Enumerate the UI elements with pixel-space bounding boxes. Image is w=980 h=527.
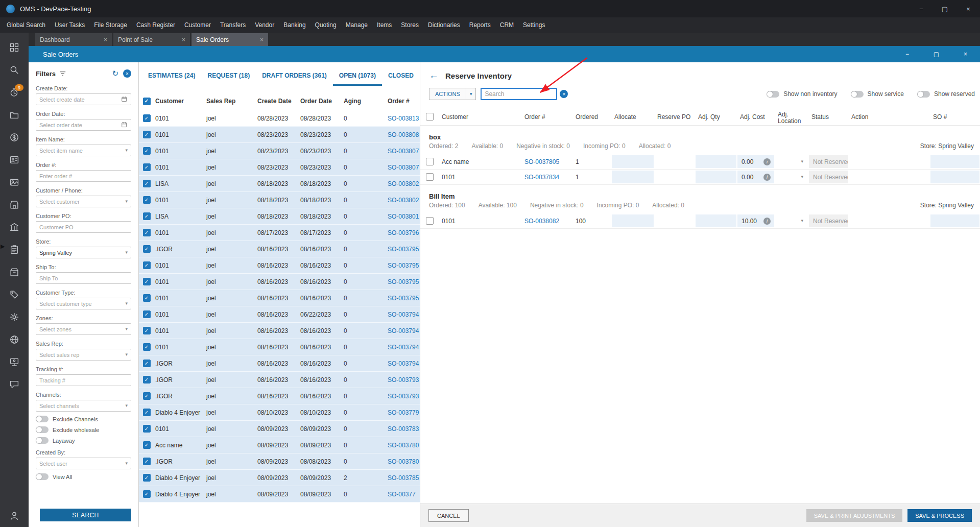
filter-create-date[interactable]: Select create date — [36, 93, 131, 105]
row-checkbox[interactable]: ✓ — [143, 131, 151, 138]
calendar-icon[interactable] — [121, 122, 128, 128]
column-header[interactable]: Customer — [154, 98, 205, 105]
row-checkbox[interactable]: ✓ — [143, 261, 151, 269]
row-checkbox[interactable]: ✓ — [143, 278, 151, 285]
order-row[interactable]: ✓ 0101 joel 08/16/2023 08/16/2023 0 SO-0… — [139, 257, 420, 274]
column-header[interactable]: Action — [848, 113, 930, 121]
folder-icon[interactable] — [9, 110, 19, 120]
back-arrow-icon[interactable]: ← — [429, 70, 439, 81]
tab-closed[interactable]: CLOSED — [382, 65, 420, 86]
allocate-cell[interactable] — [611, 154, 654, 169]
order-row[interactable]: ✓ 0101 joel 08/17/2023 08/17/2023 0 SO-0… — [139, 225, 420, 241]
order-row[interactable]: ✓ 0101 joel 08/16/2023 08/16/2023 0 SO-0… — [139, 323, 420, 339]
toggle-show-service[interactable] — [851, 91, 864, 98]
tab-point-of-sale[interactable]: Point of Sale × — [113, 33, 190, 46]
tab-estimates-24[interactable]: ESTIMATES (24) — [142, 65, 201, 86]
order-number-link[interactable]: SO-003802 — [387, 197, 420, 204]
media-icon[interactable] — [9, 177, 19, 187]
reserve-row[interactable]: Acc name SO-0037805 1 0.00 i ▾ Not Reser… — [420, 154, 980, 170]
order-number-link[interactable]: SO-003808 — [387, 131, 420, 138]
user-icon[interactable] — [9, 511, 19, 521]
inventory-icon[interactable] — [9, 267, 19, 277]
order-row[interactable]: ✓ .IGOR joel 08/16/2023 08/16/2023 0 SO-… — [139, 388, 420, 404]
menu-file-storage[interactable]: File Storage — [89, 17, 132, 33]
order-row[interactable]: ✓ .IGOR joel 08/16/2023 08/16/2023 0 SO-… — [139, 241, 420, 257]
refresh-icon[interactable]: ↻ — [112, 69, 118, 78]
row-checkbox[interactable]: ✓ — [143, 163, 151, 171]
reserve-row[interactable]: 0101 SO-0037834 1 0.00 i ▾ Not Reserved — [420, 170, 980, 185]
order-number-link[interactable]: SO-003779 — [387, 409, 420, 416]
payments-icon[interactable] — [9, 132, 19, 142]
menu-quoting[interactable]: Quoting — [310, 17, 341, 33]
select-all-checkbox[interactable]: ✓ — [143, 98, 151, 105]
search-icon[interactable] — [9, 65, 19, 75]
order-row[interactable]: ✓ Acc name joel 08/09/2023 08/09/2023 0 … — [139, 437, 420, 453]
column-header[interactable]: Ordered — [572, 113, 611, 121]
filter-channels[interactable]: Select channels ▾ — [36, 400, 131, 412]
order-number-link[interactable]: SO-00377 — [387, 491, 420, 498]
menu-transfers[interactable]: Transfers — [216, 17, 250, 33]
workstation-icon[interactable] — [9, 357, 19, 367]
menu-settings[interactable]: Settings — [518, 17, 549, 33]
adj-cost-cell[interactable]: 10.00 i — [737, 213, 775, 228]
row-checkbox[interactable]: ✓ — [143, 327, 151, 334]
column-header[interactable]: Status — [808, 113, 848, 121]
column-header[interactable]: Customer — [439, 113, 521, 121]
order-number-link[interactable]: SO-003807 — [387, 148, 420, 155]
window-minimize-icon[interactable]: − — [910, 0, 933, 17]
filter-created-by[interactable]: Select user ▾ — [36, 458, 131, 469]
order-row[interactable]: ✓ Diablo 4 Enjoyer joel 08/09/2023 08/09… — [139, 486, 420, 502]
panel-close-icon[interactable]: × — [951, 46, 980, 62]
order-number-link[interactable]: SO-003793 — [387, 393, 420, 400]
tab-sale-orders[interactable]: Sale Orders × — [192, 33, 268, 46]
column-header[interactable]: Order # — [387, 98, 420, 105]
order-row[interactable]: ✓ 0101 joel 08/18/2023 08/18/2023 0 SO-0… — [139, 192, 420, 208]
order-row[interactable]: ✓ Diablo 4 Enjoyer joel 08/10/2023 08/10… — [139, 404, 420, 421]
row-checkbox[interactable]: ✓ — [143, 490, 151, 498]
order-number-link[interactable]: SO-003783 — [387, 425, 420, 433]
chevron-down-icon[interactable]: ▾ — [466, 88, 476, 100]
order-row[interactable]: ✓ 0101 joel 08/16/2023 08/16/2023 0 SO-0… — [139, 339, 420, 355]
save-process-button[interactable]: SAVE & PROCESS — [907, 509, 972, 522]
row-checkbox[interactable]: ✓ — [143, 180, 151, 187]
filter-ship-to[interactable]: Ship To — [36, 272, 131, 284]
order-row[interactable]: ✓ 0101 joel 08/16/2023 08/16/2023 0 SO-0… — [139, 290, 420, 306]
toggle-layaway[interactable] — [36, 437, 49, 444]
menu-items[interactable]: Items — [372, 17, 396, 33]
menu-customer[interactable]: Customer — [180, 17, 216, 33]
menu-manage[interactable]: Manage — [341, 17, 372, 33]
bank-icon[interactable] — [9, 222, 19, 232]
order-row[interactable]: ✓ .IGOR joel 08/09/2023 08/08/2023 0 SO-… — [139, 453, 420, 470]
row-checkbox[interactable]: ✓ — [143, 147, 151, 155]
order-number-link[interactable]: SO-003785 — [387, 474, 420, 482]
row-checkbox[interactable]: ✓ — [143, 245, 151, 253]
order-number-link[interactable]: SO-003801 — [387, 213, 420, 220]
filter-sales-rep[interactable]: Select sales rep ▾ — [36, 349, 131, 361]
order-row[interactable]: ✓ LISA joel 08/18/2023 08/18/2023 0 SO-0… — [139, 208, 420, 225]
filter-tracking-number[interactable]: Tracking # — [36, 374, 131, 386]
tab-open-1073[interactable]: OPEN (1073) — [333, 65, 382, 86]
filter-zones[interactable]: Select zones ▾ — [36, 323, 131, 335]
order-number-link[interactable]: SO-003795 — [387, 262, 420, 269]
panel-minimize-icon[interactable]: − — [893, 46, 922, 62]
adj-location-dropdown[interactable]: ▾ — [775, 154, 808, 169]
reserve-po-cell[interactable] — [654, 213, 695, 228]
order-number-link[interactable]: SO-003794 — [387, 344, 420, 351]
row-checkbox[interactable]: ✓ — [143, 360, 151, 367]
row-checkbox[interactable]: ✓ — [143, 376, 151, 384]
chat-icon[interactable] — [9, 379, 19, 390]
filter-customer-phone[interactable]: Select customer ▾ — [36, 196, 131, 207]
filter-customer-po[interactable]: Customer PO — [36, 221, 131, 233]
column-header[interactable]: SO # — [930, 113, 980, 121]
filter-customer-type[interactable]: Select customer type ▾ — [36, 298, 131, 309]
reserve-order-link[interactable]: SO-0038082 — [521, 213, 572, 228]
menu-crm[interactable]: CRM — [495, 17, 518, 33]
toggle-exclude-channels[interactable] — [36, 416, 49, 422]
row-checkbox[interactable]: ✓ — [143, 409, 151, 416]
order-number-link[interactable]: SO-003794 — [387, 311, 420, 318]
order-number-link[interactable]: SO-003796 — [387, 229, 420, 236]
row-checkbox[interactable]: ✓ — [143, 343, 151, 351]
search-button[interactable]: SEARCH — [40, 509, 131, 521]
tab-draft-orders-361[interactable]: DRAFT ORDERS (361) — [256, 65, 333, 86]
tasks-icon[interactable] — [9, 245, 19, 255]
